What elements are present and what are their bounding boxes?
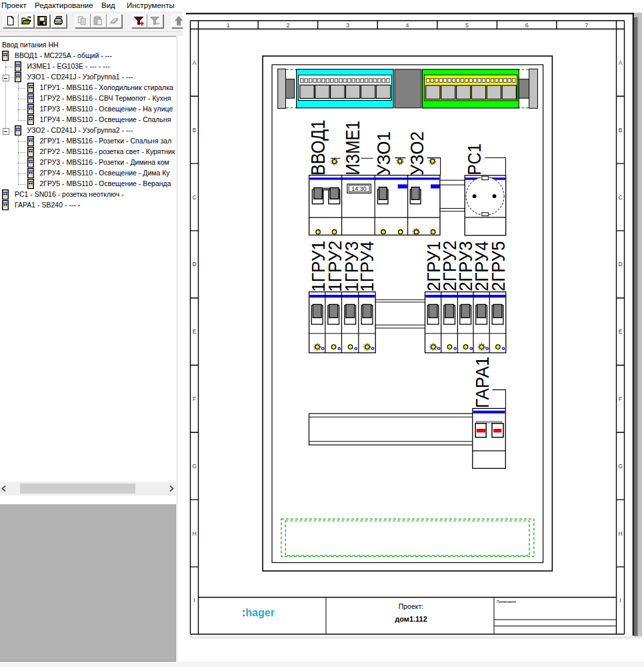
svg-text:УЗО2: УЗО2	[407, 131, 427, 175]
svg-text:6: 6	[525, 22, 529, 29]
svg-text:G: G	[618, 463, 623, 470]
svg-text:РС1: РС1	[465, 143, 485, 175]
svg-text:A: A	[619, 59, 623, 66]
svg-text:B: B	[619, 127, 623, 133]
svg-text:2ГРУ5: 2ГРУ5	[489, 241, 509, 291]
svg-text:I: I	[193, 597, 195, 604]
svg-text:I: I	[619, 597, 621, 604]
svg-text:G: G	[192, 463, 197, 470]
svg-text:4: 4	[405, 22, 409, 29]
svg-text:2: 2	[286, 22, 289, 29]
svg-text:УЗО1: УЗО1	[374, 131, 394, 175]
svg-text:C: C	[618, 194, 622, 201]
svg-text:14:30: 14:30	[351, 185, 367, 192]
svg-text:F: F	[619, 396, 622, 402]
svg-text:E: E	[193, 328, 197, 335]
svg-text:Примечания: Примечания	[497, 600, 516, 604]
svg-text:D: D	[618, 261, 622, 267]
svg-text:E: E	[619, 328, 623, 335]
svg-text:Проект:: Проект:	[399, 602, 424, 610]
svg-text:дом1.112: дом1.112	[395, 615, 427, 623]
svg-text:7: 7	[585, 22, 588, 29]
svg-text:F: F	[193, 396, 196, 402]
svg-text:H: H	[618, 530, 622, 537]
svg-text:ГАРА1: ГАРА1	[473, 357, 493, 409]
svg-text:C: C	[192, 194, 196, 201]
svg-text:ИЗМЕ1: ИЗМЕ1	[341, 121, 363, 175]
svg-text:A: A	[193, 59, 197, 66]
svg-text:1ГРУ4: 1ГРУ4	[357, 241, 377, 292]
svg-text:ВВОД1: ВВОД1	[307, 119, 329, 175]
svg-text::hager: :hager	[242, 607, 275, 618]
svg-text:D: D	[192, 261, 196, 267]
svg-text:5: 5	[465, 22, 469, 29]
svg-text:B: B	[193, 127, 197, 133]
svg-text:1: 1	[227, 22, 230, 29]
svg-text:3: 3	[346, 22, 349, 29]
svg-text:H: H	[192, 530, 196, 537]
